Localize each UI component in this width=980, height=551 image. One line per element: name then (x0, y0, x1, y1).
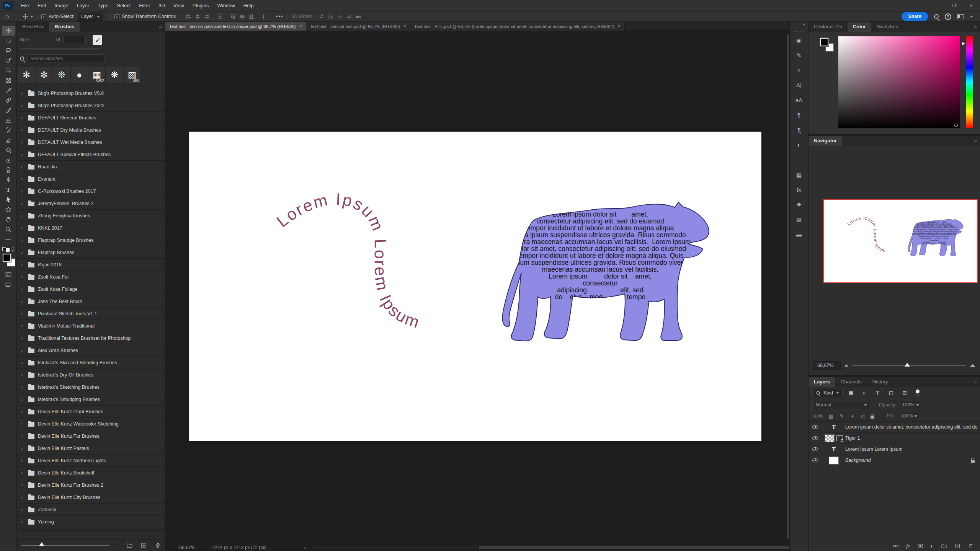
home-icon[interactable]: ⌂ (2, 12, 12, 21)
menu-item[interactable]: View (169, 0, 188, 11)
filter-pixel-layers-icon[interactable]: ▣ (846, 389, 856, 397)
gradient-tool[interactable] (2, 145, 15, 155)
tab-brushes[interactable]: Brushes (49, 22, 80, 32)
marquee-tool[interactable] (2, 36, 15, 46)
new-folder-icon[interactable] (126, 542, 133, 549)
brush-folder-row[interactable]: › Vladimir Motsar Traditional (17, 320, 165, 332)
layer-name[interactable]: Lorem ipsum dolor sit amet, consectetur … (845, 424, 977, 430)
lock-all-icon[interactable] (871, 416, 874, 419)
brush-folder-row[interactable]: › Ørjan 2018 (17, 259, 165, 271)
brush-preset-tile[interactable]: ● (70, 66, 88, 84)
brush-folder-row[interactable]: › Alex Gran Brushes (17, 344, 165, 357)
crop-tool[interactable] (2, 65, 15, 75)
menu-item[interactable]: Type (93, 0, 113, 11)
chevron-right-icon[interactable]: › (21, 446, 24, 451)
brush-folder-row[interactable]: › DEFAULT General Brushes (17, 112, 165, 124)
chevron-right-icon[interactable]: › (21, 299, 24, 304)
layer-thumbnail[interactable] (825, 434, 835, 442)
brush-folder-row[interactable]: › Evenant (17, 173, 165, 185)
hue-slider[interactable] (966, 36, 973, 128)
3d-roll-icon[interactable]: ◎ (326, 13, 335, 20)
visibility-cell[interactable] (808, 422, 822, 432)
navigator-zoom-value[interactable]: 66,67% (813, 361, 841, 370)
close-button[interactable]: × (962, 0, 980, 11)
foreground-color-swatch[interactable] (820, 38, 828, 46)
brush-preset-tile[interactable]: ✻ (18, 66, 35, 84)
status-chevron-icon[interactable]: › (304, 545, 306, 550)
add-mask-icon[interactable] (917, 543, 923, 549)
lasso-tool[interactable] (2, 46, 15, 55)
menu-item[interactable]: Image (50, 0, 72, 11)
brush-folder-row[interactable]: › JeremyFenske_Brushes 2 (17, 197, 165, 210)
document-tab[interactable]: Text test - RTL.psd @ 66,7% (Lorem ipsum… (410, 22, 625, 31)
align-top-edges-icon[interactable] (228, 13, 237, 20)
filter-type-layers-icon[interactable]: T (873, 389, 883, 397)
brush-preset-tile[interactable]: ❋ (106, 66, 123, 84)
shapes-panel-icon[interactable]: ❖ (789, 198, 808, 211)
visibility-cell[interactable] (808, 444, 822, 455)
quick-selection-tool[interactable] (2, 55, 15, 65)
panel-menu-icon[interactable]: ≡ (974, 379, 977, 385)
brush-settings-icon[interactable]: ✎ (789, 49, 808, 62)
styles-panel-icon[interactable]: fx (789, 183, 808, 196)
chevron-right-icon[interactable]: › (21, 152, 24, 157)
minimize-button[interactable]: – (927, 0, 945, 11)
chevron-right-icon[interactable]: › (21, 360, 24, 365)
brush-folder-row[interactable]: › Stig's Photoshop Brushes 2022 (17, 99, 165, 112)
navigator-preview[interactable] (823, 199, 978, 283)
tab-coolorus[interactable]: Coolorus 2.5 (808, 22, 848, 32)
brush-folder-row[interactable]: › Istebrak's Skin and Blending Brushes (17, 357, 165, 369)
brush-folder-row[interactable]: › Pixolnaut Sketch Tools V1.1 (17, 308, 165, 320)
align-left-edges-icon[interactable] (184, 13, 193, 20)
blend-mode-dropdown[interactable]: Normal ▼ (812, 401, 871, 409)
new-layer-icon[interactable] (954, 543, 960, 549)
brush-preview-icon[interactable] (93, 35, 102, 45)
tab-color[interactable]: Color (848, 22, 871, 32)
chevron-right-icon[interactable]: › (21, 127, 24, 133)
menu-item[interactable]: Window (213, 0, 239, 11)
brush-folder-row[interactable]: › Zsolt Kosa Fur (17, 271, 165, 283)
tab-layers[interactable]: Layers (808, 377, 835, 387)
filter-toggle-switch[interactable] (915, 389, 920, 397)
align-bottom-edges-icon[interactable] (247, 13, 256, 20)
delete-layer-icon[interactable] (968, 543, 974, 549)
align-horizontal-centers-icon[interactable] (193, 13, 202, 20)
brush-preset-tile[interactable]: ▨ 484 (123, 66, 141, 84)
canvas-area[interactable]: Lorem ipsum dolor sit amet,consectetur a… (165, 31, 789, 551)
layer-thumbnail[interactable] (829, 456, 839, 465)
navigator-slider-thumb[interactable] (905, 363, 910, 367)
path-selection-tool[interactable] (2, 195, 15, 205)
eye-icon[interactable] (812, 447, 818, 451)
chevron-right-icon[interactable]: › (21, 238, 24, 243)
menu-item[interactable]: File (17, 0, 33, 11)
chevron-right-icon[interactable]: › (21, 189, 24, 194)
auto-select-target-dropdown[interactable]: Layer ▼ (78, 13, 103, 21)
adjustments-panel-icon[interactable]: ◐ (789, 139, 808, 151)
document-canvas[interactable]: Lorem ipsum dolor sit amet,consectetur a… (189, 132, 761, 441)
menu-item[interactable]: Layer (73, 0, 94, 11)
menu-item[interactable]: Edit (33, 0, 50, 11)
brush-folder-row[interactable]: › Devin Elle Kurtz City Brushes (17, 491, 165, 504)
zoom-out-icon[interactable] (844, 364, 848, 367)
brush-tool[interactable] (2, 105, 15, 115)
color-picker-cursor[interactable] (954, 124, 958, 127)
vertical-scroll-thumb[interactable] (787, 34, 789, 538)
tool-presets-icon[interactable]: × (789, 64, 808, 77)
chevron-right-icon[interactable]: › (21, 519, 24, 525)
clone-stamp-tool[interactable] (2, 115, 15, 125)
chevron-right-icon[interactable]: › (21, 458, 24, 463)
paragraph-panel-icon[interactable]: ¶ (789, 109, 808, 121)
chevron-right-icon[interactable]: › (21, 115, 24, 121)
layer-name[interactable]: Tiger 1 (845, 435, 860, 441)
search-brushes-input[interactable] (27, 54, 105, 62)
eye-icon[interactable] (812, 425, 818, 429)
tab-history[interactable]: History (867, 377, 893, 387)
layer-name[interactable]: Background (845, 458, 871, 463)
brush-folder-row[interactable]: › Devin Elle Kurtz Northern Lights (17, 455, 165, 467)
screen-mode-icon[interactable] (2, 280, 15, 290)
shape-tool[interactable] (2, 205, 15, 215)
chevron-right-icon[interactable]: › (21, 140, 24, 145)
document-tab-active[interactable]: Text test - text-on-path and text-in-sha… (165, 22, 306, 31)
new-group-icon[interactable] (941, 543, 947, 549)
healing-brush-tool[interactable] (2, 95, 15, 105)
